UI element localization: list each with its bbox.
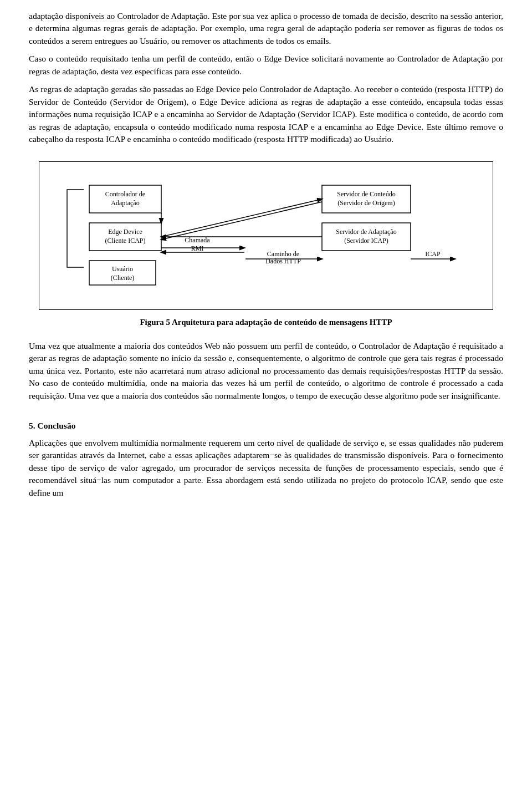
svg-text:Chamada: Chamada	[185, 236, 210, 244]
svg-text:(Servidor de Origem): (Servidor de Origem)	[337, 199, 395, 207]
svg-line-16	[161, 199, 322, 237]
paragraph-4: Uma vez que atualmente a maioria dos con…	[29, 340, 503, 402]
svg-text:Caminho de: Caminho de	[267, 250, 299, 258]
svg-text:Servidor de Adaptação: Servidor de Adaptação	[336, 228, 396, 236]
svg-text:RMI: RMI	[191, 245, 204, 252]
paragraph-1: adaptação disponíveis ao Controlador de …	[29, 10, 503, 47]
figure-caption: Figura 5 Arquitetura para adaptação de c…	[140, 317, 392, 329]
svg-text:Usuário: Usuário	[112, 265, 133, 273]
diagram-section: Controlador de Adaptação Edge Device (Cl…	[29, 161, 503, 334]
svg-text:(Cliente ICAP): (Cliente ICAP)	[105, 237, 146, 245]
svg-line-17	[161, 202, 322, 240]
svg-text:Controlador de: Controlador de	[105, 190, 145, 198]
diagram-container: Controlador de Adaptação Edge Device (Cl…	[39, 161, 493, 310]
svg-text:(Cliente): (Cliente)	[111, 274, 135, 282]
svg-text:Edge Device: Edge Device	[108, 228, 142, 236]
section-heading: 5. Conclusão	[29, 420, 503, 432]
paragraph-5: Aplicações que envolvem multimídia norma…	[29, 437, 503, 499]
svg-text:ICAP: ICAP	[425, 250, 441, 258]
svg-text:Adaptação: Adaptação	[111, 199, 139, 207]
diagram-svg: Controlador de Adaptação Edge Device (Cl…	[50, 173, 483, 298]
svg-text:Servidor de Conteúdo: Servidor de Conteúdo	[337, 190, 395, 198]
svg-text:(Servidor ICAP): (Servidor ICAP)	[344, 237, 388, 245]
paragraph-3: As regras de adaptação geradas são passa…	[29, 83, 503, 145]
paragraph-2: Caso o conteúdo requisitado tenha um per…	[29, 53, 503, 78]
svg-text:Dados HTTP: Dados HTTP	[265, 257, 301, 265]
